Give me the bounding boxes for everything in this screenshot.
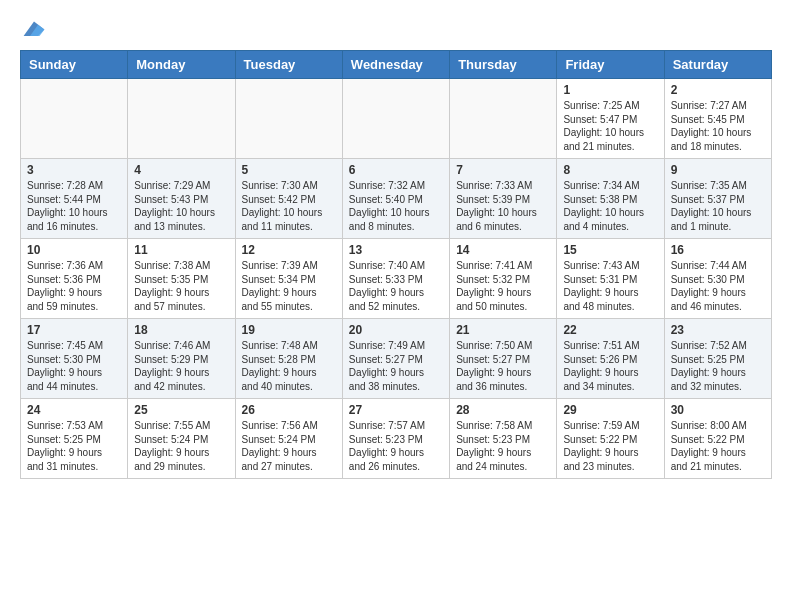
day-info: Sunrise: 7:41 AMSunset: 5:32 PMDaylight:… — [456, 259, 550, 313]
day-number: 11 — [134, 243, 228, 257]
day-number: 18 — [134, 323, 228, 337]
day-number: 21 — [456, 323, 550, 337]
day-cell — [235, 79, 342, 159]
day-number: 7 — [456, 163, 550, 177]
day-number: 14 — [456, 243, 550, 257]
weekday-sunday: Sunday — [21, 51, 128, 79]
day-number: 4 — [134, 163, 228, 177]
day-number: 26 — [242, 403, 336, 417]
week-row-2: 3Sunrise: 7:28 AMSunset: 5:44 PMDaylight… — [21, 159, 772, 239]
day-number: 30 — [671, 403, 765, 417]
day-number: 13 — [349, 243, 443, 257]
day-info: Sunrise: 7:57 AMSunset: 5:23 PMDaylight:… — [349, 419, 443, 473]
day-number: 3 — [27, 163, 121, 177]
day-cell: 12Sunrise: 7:39 AMSunset: 5:34 PMDayligh… — [235, 239, 342, 319]
weekday-wednesday: Wednesday — [342, 51, 449, 79]
day-cell: 7Sunrise: 7:33 AMSunset: 5:39 PMDaylight… — [450, 159, 557, 239]
day-cell: 25Sunrise: 7:55 AMSunset: 5:24 PMDayligh… — [128, 399, 235, 479]
day-cell: 6Sunrise: 7:32 AMSunset: 5:40 PMDaylight… — [342, 159, 449, 239]
day-info: Sunrise: 7:40 AMSunset: 5:33 PMDaylight:… — [349, 259, 443, 313]
day-info: Sunrise: 7:29 AMSunset: 5:43 PMDaylight:… — [134, 179, 228, 233]
day-cell — [450, 79, 557, 159]
day-cell: 15Sunrise: 7:43 AMSunset: 5:31 PMDayligh… — [557, 239, 664, 319]
day-number: 22 — [563, 323, 657, 337]
day-number: 10 — [27, 243, 121, 257]
day-info: Sunrise: 7:35 AMSunset: 5:37 PMDaylight:… — [671, 179, 765, 233]
day-cell: 3Sunrise: 7:28 AMSunset: 5:44 PMDaylight… — [21, 159, 128, 239]
week-row-4: 17Sunrise: 7:45 AMSunset: 5:30 PMDayligh… — [21, 319, 772, 399]
week-row-5: 24Sunrise: 7:53 AMSunset: 5:25 PMDayligh… — [21, 399, 772, 479]
calendar-table: SundayMondayTuesdayWednesdayThursdayFrid… — [20, 50, 772, 479]
day-number: 8 — [563, 163, 657, 177]
day-cell: 17Sunrise: 7:45 AMSunset: 5:30 PMDayligh… — [21, 319, 128, 399]
day-number: 28 — [456, 403, 550, 417]
day-cell: 16Sunrise: 7:44 AMSunset: 5:30 PMDayligh… — [664, 239, 771, 319]
day-info: Sunrise: 7:43 AMSunset: 5:31 PMDaylight:… — [563, 259, 657, 313]
day-cell — [128, 79, 235, 159]
day-cell: 11Sunrise: 7:38 AMSunset: 5:35 PMDayligh… — [128, 239, 235, 319]
day-info: Sunrise: 7:34 AMSunset: 5:38 PMDaylight:… — [563, 179, 657, 233]
day-info: Sunrise: 7:33 AMSunset: 5:39 PMDaylight:… — [456, 179, 550, 233]
weekday-friday: Friday — [557, 51, 664, 79]
page: SundayMondayTuesdayWednesdayThursdayFrid… — [0, 0, 792, 495]
day-info: Sunrise: 7:32 AMSunset: 5:40 PMDaylight:… — [349, 179, 443, 233]
day-number: 27 — [349, 403, 443, 417]
day-info: Sunrise: 7:45 AMSunset: 5:30 PMDaylight:… — [27, 339, 121, 393]
day-cell: 18Sunrise: 7:46 AMSunset: 5:29 PMDayligh… — [128, 319, 235, 399]
day-number: 12 — [242, 243, 336, 257]
day-cell: 8Sunrise: 7:34 AMSunset: 5:38 PMDaylight… — [557, 159, 664, 239]
weekday-header-row: SundayMondayTuesdayWednesdayThursdayFrid… — [21, 51, 772, 79]
day-cell: 5Sunrise: 7:30 AMSunset: 5:42 PMDaylight… — [235, 159, 342, 239]
weekday-saturday: Saturday — [664, 51, 771, 79]
day-info: Sunrise: 7:51 AMSunset: 5:26 PMDaylight:… — [563, 339, 657, 393]
day-number: 20 — [349, 323, 443, 337]
day-cell: 30Sunrise: 8:00 AMSunset: 5:22 PMDayligh… — [664, 399, 771, 479]
day-info: Sunrise: 7:25 AMSunset: 5:47 PMDaylight:… — [563, 99, 657, 153]
day-number: 23 — [671, 323, 765, 337]
day-number: 5 — [242, 163, 336, 177]
day-cell: 24Sunrise: 7:53 AMSunset: 5:25 PMDayligh… — [21, 399, 128, 479]
day-number: 19 — [242, 323, 336, 337]
day-number: 17 — [27, 323, 121, 337]
day-cell: 21Sunrise: 7:50 AMSunset: 5:27 PMDayligh… — [450, 319, 557, 399]
day-info: Sunrise: 7:38 AMSunset: 5:35 PMDaylight:… — [134, 259, 228, 313]
week-row-3: 10Sunrise: 7:36 AMSunset: 5:36 PMDayligh… — [21, 239, 772, 319]
day-cell: 28Sunrise: 7:58 AMSunset: 5:23 PMDayligh… — [450, 399, 557, 479]
day-info: Sunrise: 7:30 AMSunset: 5:42 PMDaylight:… — [242, 179, 336, 233]
day-cell: 10Sunrise: 7:36 AMSunset: 5:36 PMDayligh… — [21, 239, 128, 319]
day-cell: 20Sunrise: 7:49 AMSunset: 5:27 PMDayligh… — [342, 319, 449, 399]
day-cell: 19Sunrise: 7:48 AMSunset: 5:28 PMDayligh… — [235, 319, 342, 399]
logo — [20, 16, 46, 40]
weekday-monday: Monday — [128, 51, 235, 79]
day-cell: 29Sunrise: 7:59 AMSunset: 5:22 PMDayligh… — [557, 399, 664, 479]
day-number: 24 — [27, 403, 121, 417]
day-cell: 26Sunrise: 7:56 AMSunset: 5:24 PMDayligh… — [235, 399, 342, 479]
day-number: 6 — [349, 163, 443, 177]
day-cell — [21, 79, 128, 159]
day-info: Sunrise: 7:44 AMSunset: 5:30 PMDaylight:… — [671, 259, 765, 313]
day-cell: 1Sunrise: 7:25 AMSunset: 5:47 PMDaylight… — [557, 79, 664, 159]
logo-icon — [22, 16, 46, 40]
day-info: Sunrise: 7:28 AMSunset: 5:44 PMDaylight:… — [27, 179, 121, 233]
day-info: Sunrise: 7:53 AMSunset: 5:25 PMDaylight:… — [27, 419, 121, 473]
day-info: Sunrise: 7:52 AMSunset: 5:25 PMDaylight:… — [671, 339, 765, 393]
day-info: Sunrise: 7:56 AMSunset: 5:24 PMDaylight:… — [242, 419, 336, 473]
day-cell: 27Sunrise: 7:57 AMSunset: 5:23 PMDayligh… — [342, 399, 449, 479]
day-info: Sunrise: 7:58 AMSunset: 5:23 PMDaylight:… — [456, 419, 550, 473]
day-cell — [342, 79, 449, 159]
day-info: Sunrise: 7:59 AMSunset: 5:22 PMDaylight:… — [563, 419, 657, 473]
day-info: Sunrise: 7:55 AMSunset: 5:24 PMDaylight:… — [134, 419, 228, 473]
day-info: Sunrise: 7:46 AMSunset: 5:29 PMDaylight:… — [134, 339, 228, 393]
day-number: 2 — [671, 83, 765, 97]
day-info: Sunrise: 7:50 AMSunset: 5:27 PMDaylight:… — [456, 339, 550, 393]
day-cell: 2Sunrise: 7:27 AMSunset: 5:45 PMDaylight… — [664, 79, 771, 159]
day-info: Sunrise: 7:27 AMSunset: 5:45 PMDaylight:… — [671, 99, 765, 153]
day-number: 9 — [671, 163, 765, 177]
day-cell: 14Sunrise: 7:41 AMSunset: 5:32 PMDayligh… — [450, 239, 557, 319]
day-cell: 23Sunrise: 7:52 AMSunset: 5:25 PMDayligh… — [664, 319, 771, 399]
day-info: Sunrise: 7:48 AMSunset: 5:28 PMDaylight:… — [242, 339, 336, 393]
header — [20, 16, 772, 40]
weekday-thursday: Thursday — [450, 51, 557, 79]
day-cell: 4Sunrise: 7:29 AMSunset: 5:43 PMDaylight… — [128, 159, 235, 239]
week-row-1: 1Sunrise: 7:25 AMSunset: 5:47 PMDaylight… — [21, 79, 772, 159]
